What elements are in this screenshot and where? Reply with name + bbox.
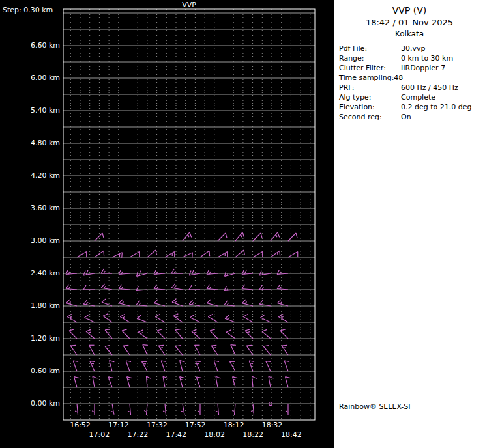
info-field-row: Time sampling:48 [334, 73, 485, 83]
y-axis-label: 4.20 km [0, 171, 60, 180]
y-axis-label: 1.80 km [0, 301, 60, 310]
brand-footer: Rainbow® SELEX-SI [339, 402, 411, 411]
y-axis-label: 5.40 km [0, 106, 60, 115]
y-axis-label: 4.80 km [0, 139, 60, 147]
x-axis-label: 17:42 [162, 430, 190, 439]
y-axis-label: 2.40 km [0, 269, 60, 277]
x-axis-label: 18:22 [239, 430, 267, 439]
field-value: 600 Hz / 450 Hz [401, 83, 458, 92]
y-axis-label: 6.60 km [0, 41, 60, 49]
x-axis-label: 18:02 [200, 430, 229, 439]
info-fields: Pdf File:30.vvpRange:0 km to 30 kmClutte… [334, 44, 485, 122]
field-value: On [401, 112, 411, 122]
info-field-row: Second reg:On [334, 112, 485, 122]
info-field-row: PRF:600 Hz / 450 Hz [334, 83, 485, 92]
field-value: IIRDoppler 7 [401, 63, 445, 73]
x-axis-label: 17:22 [123, 430, 152, 439]
field-label: Pdf File: [339, 44, 401, 53]
info-panel: VVP (V) 18:42 / 01-Nov-2025 Kolkata Pdf … [334, 0, 485, 448]
field-label: Alg type: [339, 92, 401, 102]
x-axis-label: 17:12 [104, 421, 133, 429]
x-axis-label: 16:52 [66, 421, 95, 429]
x-axis-label: 18:12 [220, 421, 248, 429]
field-label: PRF: [339, 83, 401, 92]
x-axis-label: 17:52 [181, 421, 210, 429]
y-axis-label: 0.60 km [0, 367, 60, 375]
x-axis-label: 18:32 [258, 421, 287, 429]
field-value: 30.vvp [401, 44, 426, 53]
x-axis-label: 18:42 [277, 430, 306, 439]
field-value: 0 km to 30 km [401, 53, 453, 63]
field-label: Range: [339, 53, 401, 63]
field-label: Second reg: [339, 112, 401, 122]
info-field-row: Elevation:0.2 deg to 21.0 deg [334, 102, 485, 112]
wind-profile-chart [0, 0, 334, 448]
info-field-row: Alg type:Complete [334, 92, 485, 102]
field-label: Time sampling: [339, 73, 394, 83]
vvp-window: VVP Step: 0.30 km 6.60 km6.00 km5.40 km4… [0, 0, 485, 448]
field-value: Complete [401, 92, 435, 102]
panel-datetime: 18:42 / 01-Nov-2025 [334, 18, 485, 27]
x-axis-label: 17:02 [85, 430, 113, 439]
info-field-row: Pdf File:30.vvp [334, 44, 485, 53]
info-field-row: Clutter Filter:IIRDoppler 7 [334, 63, 485, 73]
field-label: Elevation: [339, 102, 401, 112]
field-value: 48 [394, 73, 403, 83]
info-field-row: Range:0 km to 30 km [334, 53, 485, 63]
panel-title: VVP (V) [334, 5, 485, 16]
field-label: Clutter Filter: [339, 63, 401, 73]
panel-site: Kolkata [334, 29, 485, 38]
y-axis-label: 6.00 km [0, 74, 60, 82]
x-axis-label: 17:32 [143, 421, 171, 429]
y-axis-label: 1.20 km [0, 334, 60, 343]
y-axis-label: 3.00 km [0, 236, 60, 245]
y-axis-label: 3.60 km [0, 204, 60, 212]
field-value: 0.2 deg to 21.0 deg [401, 102, 471, 112]
y-axis-label: 0.00 km [0, 399, 60, 408]
